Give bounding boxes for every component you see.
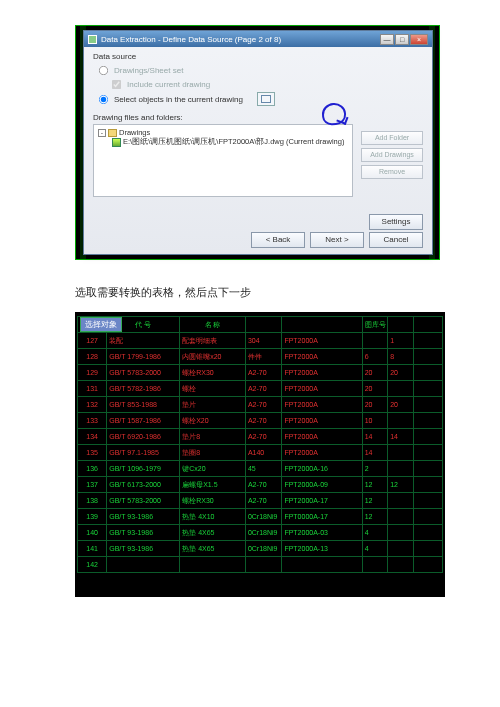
table-row[interactable]: 140GB/T 93-1986热垫 4X650Cr18Ni9FPT2000A-0…: [78, 525, 443, 541]
table-cell: [362, 557, 388, 573]
radio-select-objects[interactable]: Select objects in the current drawing: [93, 91, 423, 107]
table-cell: [413, 493, 442, 509]
table-cell: [413, 429, 442, 445]
table-cell: GB/T 93-1986: [107, 509, 180, 525]
dialog-title: Data Extraction - Define Data Source (Pa…: [101, 35, 281, 44]
table-cell: [388, 509, 414, 525]
table-cell: 件件: [245, 349, 282, 365]
table-cell: 132: [78, 397, 107, 413]
table-cell: [107, 557, 180, 573]
select-objects-badge[interactable]: 选择对象: [80, 317, 122, 332]
table-row[interactable]: 131GB/T 5782-1986螺栓A2-70FPT2000A20: [78, 381, 443, 397]
radio-drawings-label: Drawings/Sheet set: [114, 66, 183, 75]
settings-button[interactable]: Settings: [369, 214, 423, 230]
table-cell: FPT0000A-17: [282, 509, 362, 525]
table-cell: 140: [78, 525, 107, 541]
table-cell: 12: [388, 477, 414, 493]
drawing-files-tree[interactable]: - Drawings E:\图纸\调压机图纸\调压机\FPT2000A\部J.d…: [93, 124, 353, 197]
table-cell: 20: [362, 397, 388, 413]
tree-root-label: Drawings: [119, 128, 150, 137]
table-row[interactable]: 128GB/T 1799-1986内圆锥嘴x20件件FPT2000A68: [78, 349, 443, 365]
table-header-cell: [388, 317, 414, 333]
table-cell: A2-70: [245, 477, 282, 493]
table-cell: 14: [362, 429, 388, 445]
radio-select-input[interactable]: [99, 94, 108, 103]
table-cell: 136: [78, 461, 107, 477]
add-drawings-button: Add Drawings: [361, 148, 423, 162]
table-cell: 热垫 4X10: [180, 509, 246, 525]
table-cell: FPT2000A: [282, 397, 362, 413]
tree-root-node[interactable]: - Drawings: [98, 128, 348, 137]
table-cell: [388, 381, 414, 397]
table-cell: [282, 557, 362, 573]
table-row[interactable]: 134GB/T 6920-1986垫片8A2-70FPT2000A1414: [78, 429, 443, 445]
table-row[interactable]: 132GB/T 853-1988垫片A2-70FPT2000A2020: [78, 397, 443, 413]
table-cell: [388, 445, 414, 461]
table-header-cell: [245, 317, 282, 333]
table-cell: [413, 333, 442, 349]
dialog-titlebar[interactable]: Data Extraction - Define Data Source (Pa…: [84, 31, 432, 47]
back-button[interactable]: < Back: [251, 232, 305, 248]
app-icon: [88, 35, 97, 44]
data-extraction-dialog: Data Extraction - Define Data Source (Pa…: [83, 30, 433, 255]
window-maximize-button[interactable]: □: [395, 34, 409, 45]
table-cell: 134: [78, 429, 107, 445]
table-cell: FPT2000A: [282, 333, 362, 349]
table-cell: FPT2000A: [282, 365, 362, 381]
table-row[interactable]: 141GB/T 93-1986热垫 4X650Cr18Ni9FPT2000A-1…: [78, 541, 443, 557]
window-close-button[interactable]: ×: [410, 34, 428, 45]
select-objects-pick-button[interactable]: [257, 92, 275, 106]
table-row[interactable]: 129GB/T 5783-2000螺栓RX30A2-70FPT2000A2020: [78, 365, 443, 381]
cad-parts-table[interactable]: 代 号名 称图库号 127装配配套明细表304FPT2000A1128GB/T …: [77, 316, 443, 573]
table-cell: 14: [388, 429, 414, 445]
table-cell: 1: [388, 333, 414, 349]
window-minimize-button[interactable]: —: [380, 34, 394, 45]
table-cell: 137: [78, 477, 107, 493]
cancel-button[interactable]: Cancel: [369, 232, 423, 248]
tree-child-node[interactable]: E:\图纸\调压机图纸\调压机\FPT2000A\部J.dwg (Current…: [98, 137, 348, 147]
table-cell: FPT2000A: [282, 349, 362, 365]
instruction-caption: 选取需要转换的表格，然后点下一步: [75, 285, 251, 300]
table-header-cell: 图库号: [362, 317, 388, 333]
table-row[interactable]: 137GB/T 6173-2000扁螺母X1.5A2-70FPT2000A-09…: [78, 477, 443, 493]
table-cell: 129: [78, 365, 107, 381]
table-cell: [413, 365, 442, 381]
table-cell: 螺栓X20: [180, 413, 246, 429]
table-cell: GB/T 5783-2000: [107, 493, 180, 509]
next-button[interactable]: Next >: [310, 232, 364, 248]
table-cell: 0Cr18Ni9: [245, 525, 282, 541]
table-row[interactable]: 138GB/T 5783-2000螺栓RX30A2-70FPT2000A-171…: [78, 493, 443, 509]
radio-drawings-sheet-set[interactable]: Drawings/Sheet set: [93, 63, 423, 78]
table-cell: [413, 381, 442, 397]
radio-drawings-input[interactable]: [99, 66, 108, 75]
table-cell: [413, 509, 442, 525]
table-cell: [388, 413, 414, 429]
table-cell: 304: [245, 333, 282, 349]
table-row[interactable]: 142: [78, 557, 443, 573]
table-row[interactable]: 139GB/T 93-1986热垫 4X100Cr18Ni9FPT0000A-1…: [78, 509, 443, 525]
table-cell: GB/T 6920-1986: [107, 429, 180, 445]
table-row[interactable]: 135GB/T 97.1-1985垫圈8A140FPT2000A14: [78, 445, 443, 461]
table-cell: 128: [78, 349, 107, 365]
add-folder-button: Add Folder: [361, 131, 423, 145]
dialog-button-row: < Back Next > Cancel: [251, 232, 423, 248]
table-cell: 4: [362, 541, 388, 557]
table-cell: FPT2000A-13: [282, 541, 362, 557]
table-row[interactable]: 133GB/T 1587-1986螺栓X20A2-70FPT2000A10: [78, 413, 443, 429]
checkbox-include-input: [112, 80, 121, 89]
table-cell: 12: [362, 477, 388, 493]
table-row[interactable]: 136GB/T 1096-1979键Cx2045FPT2000A-162: [78, 461, 443, 477]
table-cell: [388, 461, 414, 477]
tree-toggle-icon[interactable]: -: [98, 129, 106, 137]
table-cell: [413, 413, 442, 429]
table-cell: 垫片: [180, 397, 246, 413]
table-header-cell: 名 称: [180, 317, 246, 333]
table-row[interactable]: 127装配配套明细表304FPT2000A1: [78, 333, 443, 349]
table-cell: 138: [78, 493, 107, 509]
table-cell: A140: [245, 445, 282, 461]
table-cell: 10: [362, 413, 388, 429]
table-cell: 133: [78, 413, 107, 429]
table-cell: 螺栓RX30: [180, 365, 246, 381]
table-cell: 螺栓RX30: [180, 493, 246, 509]
table-cell: 131: [78, 381, 107, 397]
